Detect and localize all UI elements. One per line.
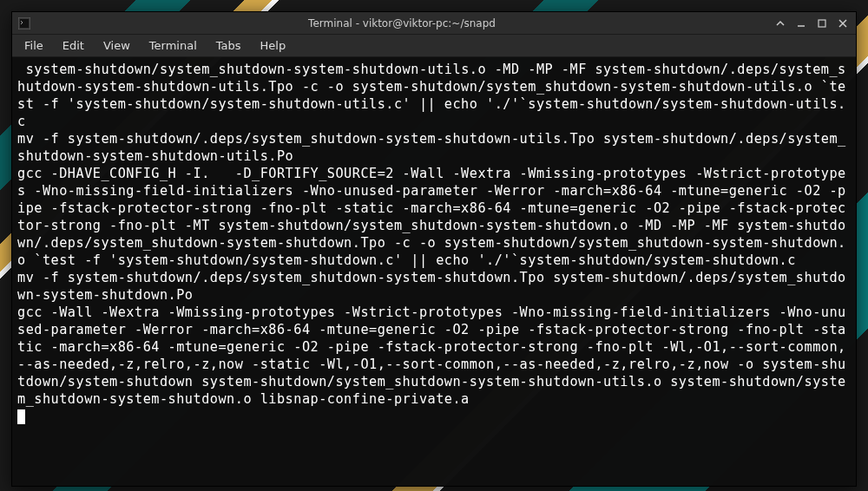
titlebar[interactable]: Terminal - viktor@viktor-pc:~/snapd [12,12,856,35]
menu-edit[interactable]: Edit [54,36,93,55]
menu-file[interactable]: File [16,36,52,55]
window-title: Terminal - viktor@viktor-pc:~/snapd [38,17,766,29]
close-button[interactable] [835,16,851,31]
minimize-button[interactable] [793,16,809,31]
window-controls [773,16,851,31]
menu-view[interactable]: View [95,36,139,55]
menubar: File Edit View Terminal Tabs Help [12,35,856,57]
menu-tabs[interactable]: Tabs [207,36,250,55]
rollup-button[interactable] [773,16,788,31]
terminal-output-area[interactable]: system-shutdown/system_shutdown-system-s… [12,57,856,486]
menu-terminal[interactable]: Terminal [141,36,206,55]
maximize-button[interactable] [814,16,830,31]
terminal-app-icon [17,16,31,30]
menu-help[interactable]: Help [252,36,295,55]
cursor [17,409,25,424]
terminal-text: system-shutdown/system_shutdown-system-s… [17,62,846,407]
svg-rect-3 [819,20,825,27]
terminal-window: Terminal - viktor@viktor-pc:~/snapd File… [11,11,857,487]
